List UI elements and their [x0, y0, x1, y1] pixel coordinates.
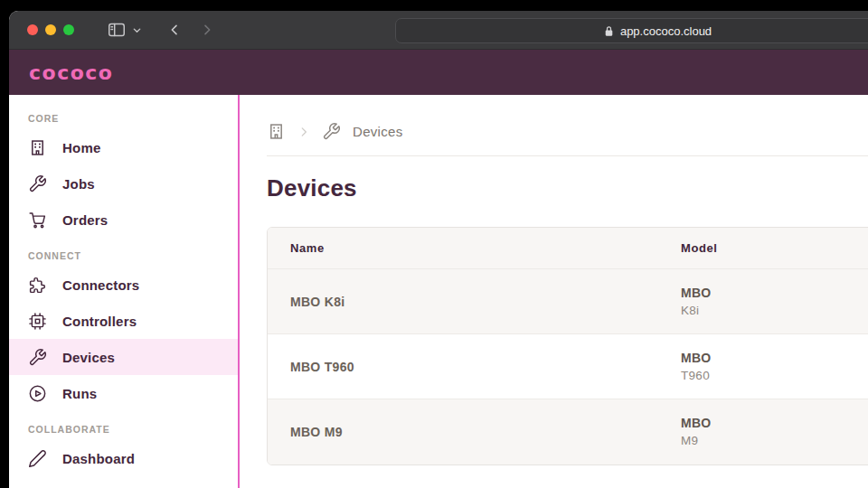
- chip-icon: [28, 312, 47, 331]
- puzzle-icon: [28, 276, 47, 295]
- breadcrumb: Devices: [267, 122, 868, 141]
- sidebar-item-label: Controllers: [62, 314, 137, 329]
- sidebar-item-label: Home: [62, 140, 100, 155]
- device-model-cell: MBOK8i: [658, 284, 868, 320]
- wrench-icon: [322, 122, 341, 141]
- desktop-background: app.cococo.cloud cococo COREHomeJobsOrde…: [0, 0, 868, 488]
- sidebar-item-home[interactable]: Home: [9, 129, 238, 165]
- model-name: K8i: [681, 302, 868, 320]
- sidebar-section-label: COLLABORATE: [28, 424, 238, 435]
- sidebar-item-devices[interactable]: Devices: [9, 339, 238, 375]
- sidebar-item-label: Orders: [62, 212, 108, 228]
- sidebar-item-label: Jobs: [62, 176, 95, 192]
- table-row[interactable]: MBO K8iMBOK8i: [268, 269, 868, 334]
- device-name-cell: MBO T960: [268, 360, 658, 374]
- sidebar-item-connectors[interactable]: Connectors: [9, 267, 238, 303]
- table-row[interactable]: MBO T960MBOT960: [268, 334, 868, 399]
- chevron-down-icon[interactable]: [132, 25, 142, 35]
- sidebar-section-label: CONNECT: [28, 250, 238, 261]
- wrench-icon: [28, 348, 47, 367]
- device-name-cell: MBO K8i: [268, 295, 658, 309]
- device-model-cell: MBOT960: [658, 349, 868, 385]
- model-name: M9: [681, 432, 868, 450]
- app-logo[interactable]: cococo: [29, 61, 113, 84]
- table-row[interactable]: MBO M9MBOM9: [268, 399, 868, 465]
- lock-icon: [603, 25, 615, 37]
- sidebar-item-runs[interactable]: Runs: [9, 375, 238, 411]
- sidebar-item-controllers[interactable]: Controllers: [9, 303, 238, 339]
- sidebar-item-label: Dashboard: [62, 451, 135, 466]
- close-window-button[interactable]: [27, 24, 38, 35]
- sidebar-item-label: Runs: [62, 386, 97, 401]
- sidebar-item-label: Devices: [62, 350, 115, 365]
- browser-window: app.cococo.cloud cococo COREHomeJobsOrde…: [9, 11, 868, 488]
- browser-titlebar: app.cococo.cloud: [9, 11, 868, 50]
- sidebar-section-label: CORE: [28, 113, 238, 124]
- column-header-model[interactable]: Model: [658, 241, 868, 255]
- sidebar-item-dashboard[interactable]: Dashboard: [9, 440, 238, 476]
- column-header-name[interactable]: Name: [268, 241, 658, 255]
- play-circle-icon: [28, 384, 47, 403]
- building-icon[interactable]: [267, 122, 286, 141]
- sidebar-item-jobs[interactable]: Jobs: [9, 165, 238, 202]
- minimize-window-button[interactable]: [45, 24, 56, 35]
- device-model-cell: MBOM9: [658, 414, 868, 450]
- breadcrumb-current: Devices: [353, 124, 402, 139]
- back-button[interactable]: [167, 23, 182, 37]
- sidebar-item-label: Connectors: [62, 277, 139, 293]
- zoom-window-button[interactable]: [63, 24, 74, 35]
- app-header: cococo: [9, 50, 868, 95]
- page-title: Devices: [267, 174, 868, 202]
- model-make: MBO: [681, 414, 868, 432]
- table-header-row: Name Model: [268, 228, 868, 269]
- sidebar-toggle-icon[interactable]: [107, 20, 127, 40]
- main-content: Devices Devices Name Model MBO K8iMBOK8i…: [240, 95, 868, 488]
- forward-button[interactable]: [200, 23, 214, 37]
- chevron-right-icon: [297, 126, 310, 138]
- address-bar[interactable]: app.cococo.cloud: [395, 18, 868, 43]
- breadcrumb-divider: [267, 155, 868, 156]
- cart-icon: [28, 211, 47, 230]
- building-icon: [28, 138, 47, 157]
- model-make: MBO: [681, 349, 868, 367]
- url-text: app.cococo.cloud: [620, 24, 712, 38]
- pencil-icon: [28, 449, 47, 468]
- sidebar-item-orders[interactable]: Orders: [9, 202, 238, 238]
- app-body: COREHomeJobsOrdersCONNECTConnectorsContr…: [9, 95, 868, 488]
- sidebar-nav: COREHomeJobsOrdersCONNECTConnectorsContr…: [9, 95, 240, 488]
- device-name-cell: MBO M9: [268, 425, 658, 439]
- model-make: MBO: [681, 284, 868, 302]
- model-name: T960: [681, 367, 868, 385]
- wrench-icon: [28, 174, 47, 193]
- devices-table: Name Model MBO K8iMBOK8iMBO T960MBOT960M…: [267, 227, 868, 465]
- table-body: MBO K8iMBOK8iMBO T960MBOT960MBO M9MBOM9: [268, 269, 868, 465]
